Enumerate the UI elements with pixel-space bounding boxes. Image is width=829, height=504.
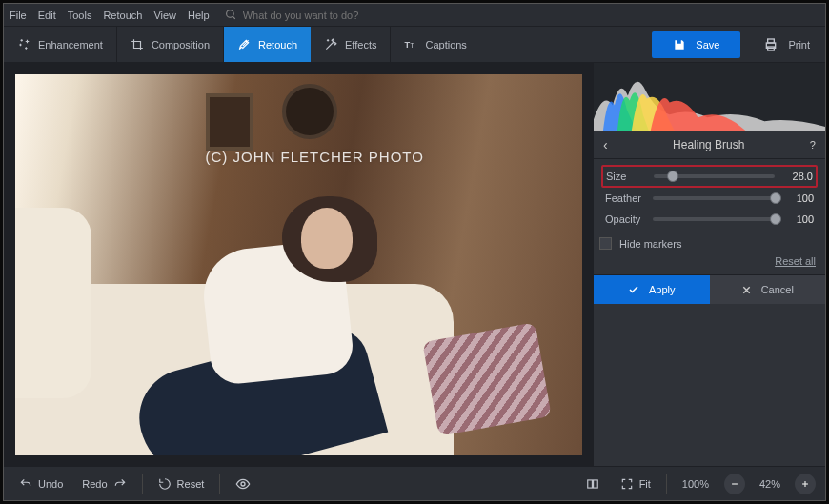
undo-icon (19, 477, 32, 491)
app-window: File Edit Tools Retouch View Help Enhanc… (3, 3, 826, 501)
redo-icon (113, 477, 127, 491)
menu-file[interactable]: File (10, 10, 27, 21)
print-button[interactable]: Print (748, 27, 825, 62)
slider-track-size[interactable] (654, 174, 775, 178)
svg-rect-9 (593, 479, 597, 487)
search-input[interactable] (243, 10, 376, 21)
text-icon: TT (404, 38, 417, 51)
image-canvas[interactable]: (C) JOHN FLETCHER PHOTO (15, 74, 582, 455)
sliders: Size28.0Feather100Opacity100 (594, 159, 825, 232)
zoom-out-button[interactable] (724, 474, 745, 494)
hide-markers-label: Hide markers (619, 238, 681, 250)
workspace: (C) JOHN FLETCHER PHOTO ‹ Healing Brush … (4, 63, 825, 466)
close-icon (741, 285, 752, 295)
undo-button[interactable]: Undo (13, 474, 69, 494)
tab-retouch[interactable]: Retouch (224, 27, 311, 62)
cancel-button[interactable]: Cancel (710, 275, 826, 304)
bg-frame (206, 93, 253, 151)
slider-label: Opacity (605, 213, 647, 225)
tab-composition[interactable]: Composition (117, 27, 224, 62)
check-icon (628, 284, 639, 295)
reset-icon (158, 477, 172, 491)
slider-track-feather[interactable] (653, 196, 776, 200)
svg-point-7 (241, 482, 245, 486)
svg-rect-8 (587, 479, 592, 487)
slider-size: Size28.0 (601, 165, 818, 188)
preview-toggle[interactable] (230, 473, 256, 495)
slider-value: 100 (781, 213, 814, 225)
slider-thumb[interactable] (667, 171, 678, 182)
compare-button[interactable] (580, 474, 605, 494)
slider-thumb[interactable] (770, 213, 781, 225)
svg-point-0 (226, 10, 233, 18)
reset-all-link[interactable]: Reset all (594, 252, 825, 274)
save-button[interactable]: Save (652, 31, 740, 58)
back-button[interactable]: ‹ (603, 137, 608, 152)
tab-label: Composition (152, 39, 210, 50)
hide-markers-row: Hide markers (594, 232, 825, 252)
bottom-bar: Undo Redo Reset Fit 100% 42% (4, 466, 825, 500)
slider-feather: Feather100 (601, 188, 818, 209)
print-icon (763, 37, 778, 52)
help-button[interactable]: ? (810, 139, 816, 151)
save-icon (673, 38, 686, 51)
tab-label: Retouch (258, 39, 297, 50)
panel-actions: Apply Cancel (594, 274, 825, 304)
svg-line-1 (233, 16, 235, 19)
plus-icon (800, 479, 810, 489)
toolbar: Enhancement Composition Retouch Effects … (4, 27, 825, 63)
eye-icon (235, 476, 251, 492)
minus-icon (730, 479, 739, 489)
fit-button[interactable]: Fit (615, 474, 657, 494)
zoom-100[interactable]: 100% (677, 478, 715, 490)
panel-header: ‹ Healing Brush ? (594, 131, 825, 159)
tab-label: Captions (425, 39, 466, 50)
wand-icon (324, 38, 337, 51)
redo-button[interactable]: Redo (76, 474, 131, 494)
menu-help[interactable]: Help (188, 10, 210, 21)
menubar-search[interactable] (225, 9, 376, 21)
side-panel: ‹ Healing Brush ? Size28.0Feather100Opac… (593, 63, 825, 466)
svg-rect-5 (768, 39, 775, 43)
tab-label: Enhancement (38, 39, 103, 50)
tab-label: Effects (345, 39, 376, 50)
fit-icon (620, 477, 634, 491)
canvas-area: (C) JOHN FLETCHER PHOTO (4, 63, 593, 466)
slider-label: Size (606, 171, 648, 182)
hide-markers-checkbox[interactable] (599, 237, 612, 250)
slider-thumb[interactable] (770, 192, 781, 204)
zoom-in-button[interactable] (795, 474, 816, 494)
slider-value: 100 (781, 192, 814, 204)
crop-icon (131, 38, 144, 51)
apply-button[interactable]: Apply (594, 275, 710, 304)
panel-title: Healing Brush (673, 138, 744, 151)
slider-label: Feather (605, 192, 647, 204)
menu-edit[interactable]: Edit (38, 10, 56, 21)
tab-effects[interactable]: Effects (311, 27, 391, 62)
menu-tools[interactable]: Tools (68, 10, 92, 21)
menubar: File Edit Tools Retouch View Help (4, 4, 825, 27)
watermark-text: (C) JOHN FLETCHER PHOTO (206, 149, 424, 165)
svg-text:T: T (405, 39, 411, 49)
bg-frame-round (282, 84, 337, 139)
histogram (594, 63, 825, 131)
slider-track-opacity[interactable] (653, 217, 776, 221)
bg-pillow (422, 322, 552, 435)
compare-icon (586, 477, 599, 491)
reset-button[interactable]: Reset (152, 474, 211, 494)
zoom-level: 42% (755, 478, 785, 490)
bg-figure (168, 179, 415, 446)
tab-captions[interactable]: TT Captions (391, 27, 479, 62)
menu-retouch[interactable]: Retouch (103, 10, 142, 21)
menu-view[interactable]: View (153, 10, 176, 21)
enhancement-icon (17, 38, 30, 51)
slider-value: 28.0 (780, 171, 813, 182)
brush-icon (237, 38, 251, 51)
svg-text:T: T (411, 41, 415, 48)
tab-enhancement[interactable]: Enhancement (4, 27, 117, 62)
search-icon (225, 9, 237, 21)
slider-opacity: Opacity100 (601, 209, 818, 230)
